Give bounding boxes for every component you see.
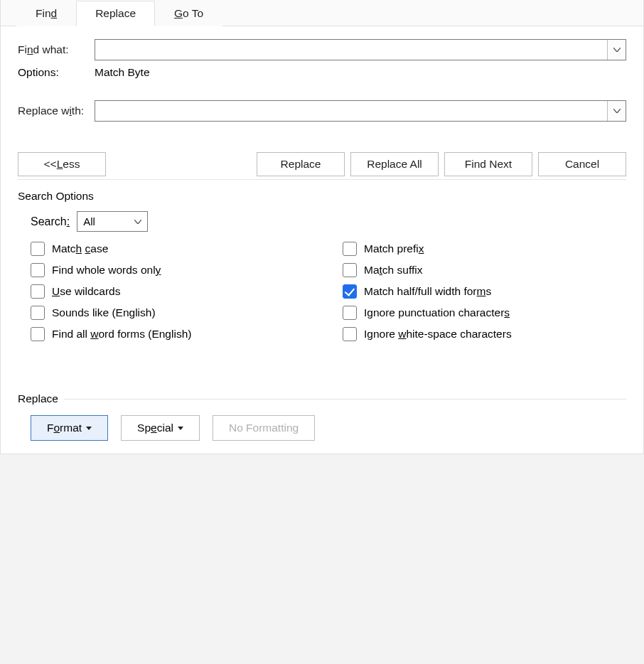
search-options-label: Search Options [18,190,626,203]
find-what-row: Find what: [18,39,626,60]
half-full-width-checkbox[interactable]: Match half/full width forms [343,284,626,299]
checkbox-box [343,263,357,277]
replace-with-dropdown[interactable] [607,101,626,121]
match-suffix-checkbox[interactable]: Match suffix [343,263,626,277]
dialog-body: Find what: Options: Match Byte Replace w… [1,26,643,454]
find-what-label: Find what: [18,43,95,56]
find-replace-dialog: Find Replace Go To Find what: Options: M… [0,0,644,454]
replace-with-combo[interactable] [95,100,626,122]
tabs-bar: Find Replace Go To [1,0,643,26]
search-direction-value: All [83,215,95,227]
checkbox-box [343,306,357,320]
search-label: Search: [31,215,70,228]
right-checkbox-column: Match prefix Match suffix Match half/ful… [314,242,626,341]
find-next-button[interactable]: Find Next [444,152,532,176]
use-wildcards-checkbox[interactable]: Use wildcards [31,284,314,299]
checkbox-box [31,306,45,320]
whole-words-checkbox[interactable]: Find whole words only [31,263,314,277]
word-forms-checkbox[interactable]: Find all word forms (English) [31,327,314,341]
chevron-down-icon [613,48,621,52]
button-row: << Less Replace Replace All Find Next Ca… [18,150,626,180]
caret-down-icon [86,427,92,430]
find-what-combo[interactable] [95,39,626,60]
find-what-input[interactable] [95,40,607,60]
checkbox-box [343,284,357,299]
checkbox-box [343,327,357,341]
tab-find[interactable]: Find [16,1,76,26]
replace-with-input[interactable] [95,101,607,121]
cancel-button[interactable]: Cancel [538,152,626,176]
checkbox-box [31,327,45,341]
left-checkbox-column: Match case Find whole words only Use wil… [18,242,314,341]
sounds-like-checkbox[interactable]: Sounds like (English) [31,306,314,320]
no-formatting-button: No Formatting [213,415,315,441]
checkbox-box [31,284,45,299]
find-what-dropdown[interactable] [607,40,626,60]
chevron-down-icon [613,109,621,113]
options-label: Options: [18,66,95,79]
tab-goto[interactable]: Go To [155,1,222,26]
less-button[interactable]: << Less [18,152,106,176]
replace-with-row: Replace with: [18,100,626,122]
checkbox-columns: Match case Find whole words only Use wil… [18,242,626,341]
replace-with-label: Replace with: [18,105,95,117]
format-button-row: Format Special No Formatting [18,415,626,441]
search-direction-row: Search: All [31,211,626,232]
replace-button[interactable]: Replace [257,152,345,176]
replace-all-button[interactable]: Replace All [350,152,439,176]
replace-section-label: Replace [18,392,626,405]
search-direction-select[interactable]: All [77,211,148,232]
checkbox-box [343,242,357,256]
chevron-down-icon [134,220,141,224]
options-text: Match Byte [95,66,150,79]
replace-section: Replace Format Special No Formatting [18,392,626,441]
match-prefix-checkbox[interactable]: Match prefix [343,242,626,256]
format-button[interactable]: Format [31,415,108,441]
ignore-whitespace-checkbox[interactable]: Ignore white-space characters [343,327,626,341]
checkbox-box [31,263,45,277]
match-case-checkbox[interactable]: Match case [31,242,314,256]
caret-down-icon [178,427,183,430]
special-button[interactable]: Special [121,415,200,441]
ignore-punctuation-checkbox[interactable]: Ignore punctuation characters [343,306,626,320]
checkbox-box [31,242,45,256]
tab-replace[interactable]: Replace [76,1,155,26]
options-row: Options: Match Byte [18,66,626,79]
